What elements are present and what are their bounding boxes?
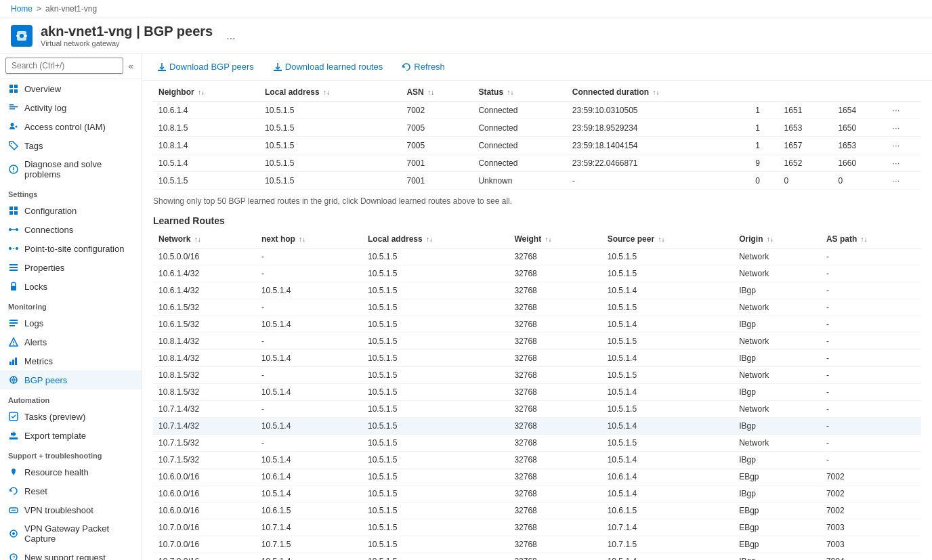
svg-rect-17 [9,207,13,210]
lr-cell-origin: IBgp [734,553,821,561]
lr-cell-network: 10.8.1.5/32 [153,367,256,384]
table-row: 10.8.1.5 10.5.1.5 7005 Connected 23:59:1… [153,119,921,137]
lr-cell-origin: Network [734,333,821,350]
cell-advertised: 0 [832,172,887,190]
cell-advertised: 1653 [832,137,887,154]
sidebar-item-label: Logs [24,318,43,328]
sidebar-item-label: Overview [24,84,61,94]
lr-cell-source: 10.7.1.5 [602,536,734,553]
cell-peer: 10.5.1.5 [153,172,259,190]
row-more-button[interactable]: ··· [892,105,899,115]
table-row: 10.8.1.4 10.5.1.5 7005 Connected 23:59:1… [153,137,921,154]
lr-cell-network: 10.8.1.5/32 [153,384,256,401]
svg-rect-5 [14,85,18,88]
tasks-icon [8,411,19,422]
lr-cell-nexthop: 10.5.1.4 [256,384,362,401]
svg-rect-33 [9,325,15,326]
lr-cell-network: 10.8.1.4/32 [153,333,256,350]
sidebar-item-iam[interactable]: Access control (IAM) [0,117,142,136]
sidebar-item-metrics[interactable]: Metrics [0,351,142,370]
lr-cell-local: 10.5.1.5 [362,553,509,561]
table-row: 10.7.0.0/16 10.7.1.5 10.5.1.5 32768 10.7… [153,536,921,553]
lr-cell-weight: 32768 [509,435,601,452]
sidebar-item-export[interactable]: Export template [0,426,142,445]
breadcrumb-home[interactable]: Home [11,4,33,14]
lr-cell-origin: IBgp [734,486,821,502]
sidebar-item-tags[interactable]: Tags [0,136,142,155]
row-more-button[interactable]: ··· [892,175,899,186]
sidebar-item-locks[interactable]: Locks [0,277,142,296]
capture-icon [8,528,19,539]
lr-cell-weight: 32768 [509,333,601,350]
sidebar-item-properties[interactable]: Properties [0,258,142,277]
activity-icon [8,102,19,113]
lr-cell-local: 10.5.1.5 [362,316,509,333]
lr-cell-local: 10.5.1.5 [362,401,509,418]
download-routes-icon [273,62,282,72]
lr-cell-origin: IBgp [734,384,821,401]
lr-cell-source: 10.5.1.5 [602,435,734,452]
svg-point-13 [11,143,12,144]
sidebar-item-p2s[interactable]: Point-to-site configuration [0,239,142,258]
svg-text:?: ? [12,555,16,560]
lr-cell-source: 10.5.1.4 [602,282,734,299]
lr-cell-weight: 32768 [509,350,601,367]
table-row: 10.6.1.4/32 10.5.1.4 10.5.1.5 32768 10.5… [153,282,921,299]
download-bgp-button[interactable]: Download BGP peers [153,59,258,74]
overview-icon [8,83,19,94]
col-header-status: Status ↑↓ [473,83,566,102]
breadcrumb-separator: > [37,4,41,14]
svg-rect-37 [12,360,14,365]
sidebar-item-packet-capture[interactable]: VPN Gateway Packet Capture [0,519,142,548]
sidebar-item-logs[interactable]: Logs [0,314,142,332]
lr-cell-nexthop: 10.5.1.4 [256,316,362,333]
sidebar-item-tasks[interactable]: Tasks (preview) [0,407,142,426]
sidebar-item-new-support-request[interactable]: ? New support request [0,548,142,560]
cell-status: Connected [473,137,566,154]
cell-local: 10.5.1.5 [259,154,401,172]
cell-hop: 9 [750,154,778,172]
lr-cell-source: 10.5.1.4 [602,316,734,333]
cell-status: Connected [473,102,566,119]
sidebar-item-overview[interactable]: Overview [0,79,142,98]
lr-cell-source: 10.5.1.5 [602,333,734,350]
cell-duration: 23:59:18.9529234 [567,119,750,137]
lr-cell-network: 10.7.1.5/32 [153,452,256,469]
lr-cell-nexthop: 10.5.1.4 [256,350,362,367]
svg-rect-2 [16,35,19,37]
row-more-button[interactable]: ··· [892,140,899,150]
col-header-routes-received [779,83,833,102]
automation-section-label: Automation [0,389,142,407]
lr-cell-aspath: - [821,282,921,299]
sidebar-item-alerts[interactable]: Alerts [0,332,142,351]
row-more-button[interactable]: ··· [892,158,899,168]
sidebar-item-label: Activity log [24,103,66,113]
cell-hop: 0 [750,172,778,190]
row-more-button[interactable]: ··· [892,123,899,133]
search-input[interactable] [5,58,123,74]
lr-cell-origin: Network [734,249,821,265]
download-routes-button[interactable]: Download learned routes [269,59,387,74]
lr-col-origin: Origin ↑↓ [734,230,821,249]
cell-asn: 7001 [401,154,473,172]
cell-received: 1651 [779,102,833,119]
cell-advertised: 1660 [832,154,887,172]
metrics-icon [8,356,19,366]
sidebar-item-label: Tags [24,141,43,151]
lr-cell-weight: 32768 [509,282,601,299]
lr-cell-aspath: - [821,265,921,282]
lr-cell-weight: 32768 [509,384,601,401]
refresh-button[interactable]: Refresh [398,59,449,74]
sidebar-item-activity-log[interactable]: Activity log [0,98,142,117]
sidebar-item-vpn-troubleshoot[interactable]: VPN troubleshoot [0,500,142,519]
header-more-button[interactable]: ... [226,30,235,42]
sidebar-item-bgp-peers[interactable]: BGP peers [0,370,142,389]
collapse-sidebar-button[interactable]: « [126,58,136,74]
sidebar-item-connections[interactable]: Connections [0,220,142,239]
sidebar-item-reset[interactable]: Reset [0,481,142,500]
sidebar-item-configuration[interactable]: Configuration [0,201,142,220]
p2s-icon [8,243,19,254]
sidebar-item-resource-health[interactable]: Resource health [0,462,142,481]
lr-cell-weight: 32768 [509,536,601,553]
sidebar-item-diagnose[interactable]: Diagnose and solve problems [0,155,142,184]
